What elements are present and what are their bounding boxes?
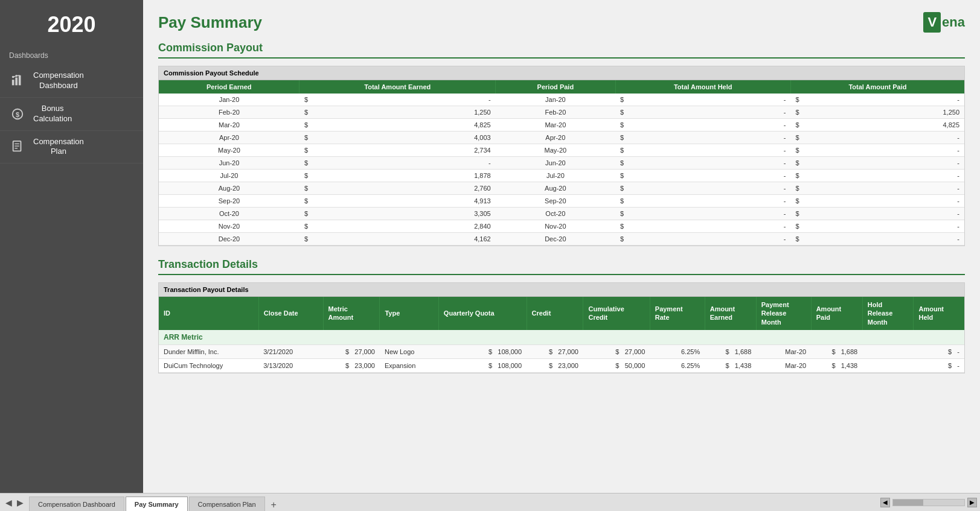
cell-id: DuiCum Technology	[159, 358, 258, 372]
cell-period-earned: Mar-20	[159, 119, 299, 132]
tab-pay-summary[interactable]: Pay Summary	[126, 497, 188, 511]
cell-period-earned: Aug-20	[159, 182, 299, 195]
table-row: May-20 $ 2,734 May-20 $ - $ -	[159, 144, 964, 157]
svg-text:$: $	[16, 110, 19, 118]
table-row: Dec-20 $ 4,162 Dec-20 $ - $ -	[159, 233, 964, 246]
col-total-amount-paid: Total Amount Paid	[790, 80, 964, 94]
table-row: Sep-20 $ 4,913 Sep-20 $ - $ -	[159, 195, 964, 208]
sidebar-item-bonus-calculation[interactable]: $ BonusCalculation	[0, 98, 143, 131]
table-row: Oct-20 $ 3,305 Oct-20 $ - $ -	[159, 208, 964, 220]
col-total-amount-earned: Total Amount Earned	[299, 80, 496, 94]
th-id: ID	[159, 297, 258, 330]
cell-held: $ -	[615, 220, 790, 233]
cell-close-date: 3/13/2020	[258, 358, 323, 372]
cell-period-paid: Mar-20	[496, 119, 615, 132]
th-credit: Credit	[527, 297, 583, 330]
book-icon	[9, 138, 26, 155]
cell-period-earned: Feb-20	[159, 106, 299, 119]
sidebar-dashboards-label: Dashboards	[0, 46, 143, 65]
cell-type: New Logo	[380, 344, 438, 358]
cell-paid: $ -	[790, 233, 964, 246]
svg-rect-0	[12, 80, 14, 85]
cell-held: $ -	[615, 195, 790, 208]
svg-rect-1	[15, 77, 18, 85]
vena-logo: V ena	[923, 12, 965, 33]
transaction-table: ID Close Date MetricAmount Type Quarterl…	[159, 297, 964, 373]
cell-period-paid: Apr-20	[496, 132, 615, 144]
cell-held: $ -	[615, 94, 790, 106]
cell-paid: $ 1,250	[790, 106, 964, 119]
cell-close-date: 3/21/2020	[258, 344, 323, 358]
cell-period-earned: Jun-20	[159, 157, 299, 170]
cell-period-paid: Oct-20	[496, 208, 615, 220]
arr-metric-section-row: ARR Metric	[159, 330, 964, 345]
cell-total-earned: $ 3,305	[299, 208, 496, 220]
table-row: Nov-20 $ 2,840 Nov-20 $ - $ -	[159, 220, 964, 233]
cell-total-earned: $ -	[299, 94, 496, 106]
cell-paid: $ -	[790, 195, 964, 208]
cell-amount-paid: $ 1,688	[811, 344, 862, 358]
commission-section: Commission Payout Commission Payout Sche…	[143, 39, 980, 255]
cell-amount-held: $ -	[914, 358, 964, 372]
sidebar: 2020 Dashboards CompensationDashboard	[0, 0, 143, 493]
cell-type: Expansion	[380, 358, 438, 372]
table-row: Aug-20 $ 2,760 Aug-20 $ - $ -	[159, 182, 964, 195]
cell-held: $ -	[615, 208, 790, 220]
cell-held: $ -	[615, 119, 790, 132]
cell-total-earned: $ -	[299, 157, 496, 170]
cell-period-earned: Jan-20	[159, 94, 299, 106]
cell-period-earned: Dec-20	[159, 233, 299, 246]
scroll-left-btn[interactable]: ◀	[880, 498, 890, 507]
transaction-section-title: Transaction Details	[158, 258, 965, 275]
cell-hold-release-month	[862, 344, 914, 358]
tab-prev-arrow[interactable]: ◀	[3, 498, 14, 507]
cell-amount-held: $ -	[914, 344, 964, 358]
cell-amount-earned: $ 1,688	[705, 344, 756, 358]
cell-held: $ -	[615, 233, 790, 246]
cell-cum-credit: $ 27,000	[583, 344, 650, 358]
page-title: Pay Summary	[158, 13, 262, 32]
scrollbar-area: ◀ ▶	[880, 498, 977, 507]
cell-held: $ -	[615, 157, 790, 170]
cell-held: $ -	[615, 170, 790, 182]
th-quarterly-quota: Quarterly Quota	[438, 297, 527, 330]
cell-held: $ -	[615, 144, 790, 157]
table-row: Apr-20 $ 4,003 Apr-20 $ - $ -	[159, 132, 964, 144]
th-metric-amount: MetricAmount	[323, 297, 380, 330]
th-amount-paid: AmountPaid	[811, 297, 862, 330]
scroll-thumb	[893, 500, 923, 506]
cell-period-paid: Dec-20	[496, 233, 615, 246]
cell-total-earned: $ 4,913	[299, 195, 496, 208]
tab-compensation-plan[interactable]: Compensation Plan	[189, 497, 265, 511]
tab-compensation-dashboard[interactable]: Compensation Dashboard	[29, 497, 124, 511]
cell-amount-paid: $ 1,438	[811, 358, 862, 372]
table-row: Jan-20 $ - Jan-20 $ - $ -	[159, 94, 964, 106]
cell-paid: $ -	[790, 182, 964, 195]
tab-bar: Compensation DashboardPay SummaryCompens…	[29, 494, 880, 511]
sidebar-item-compensation-plan[interactable]: CompensationPlan	[0, 131, 143, 164]
commission-table: Period Earned Total Amount Earned Period…	[159, 80, 964, 246]
cell-paid: $ -	[790, 132, 964, 144]
th-amount-held: AmountHeld	[914, 297, 964, 330]
cell-period-paid: Jul-20	[496, 170, 615, 182]
cell-total-earned: $ 4,825	[299, 119, 496, 132]
transaction-section: Transaction Details Transaction Payout D…	[143, 255, 980, 382]
th-cumulative-credit: CumulativeCredit	[583, 297, 650, 330]
scroll-right-btn[interactable]: ▶	[967, 498, 977, 507]
add-tab-button[interactable]: +	[266, 499, 281, 511]
cell-period-earned: Apr-20	[159, 132, 299, 144]
cell-period-paid: May-20	[496, 144, 615, 157]
cell-period-paid: Nov-20	[496, 220, 615, 233]
cell-period-earned: May-20	[159, 144, 299, 157]
commission-section-title: Commission Payout	[158, 42, 965, 59]
cell-cum-credit: $ 50,000	[583, 358, 650, 372]
cell-total-earned: $ 1,250	[299, 106, 496, 119]
tab-next-arrow[interactable]: ▶	[14, 498, 26, 507]
sidebar-item-compensation-dashboard[interactable]: CompensationDashboard	[0, 65, 143, 98]
cell-held: $ -	[615, 132, 790, 144]
bottom-bar: ◀ ▶ Compensation DashboardPay SummaryCom…	[0, 493, 980, 511]
cell-period-paid: Jun-20	[496, 157, 615, 170]
table-row: Feb-20 $ 1,250 Feb-20 $ - $ 1,250	[159, 106, 964, 119]
th-close-date: Close Date	[258, 297, 323, 330]
cell-paid: $ -	[790, 157, 964, 170]
